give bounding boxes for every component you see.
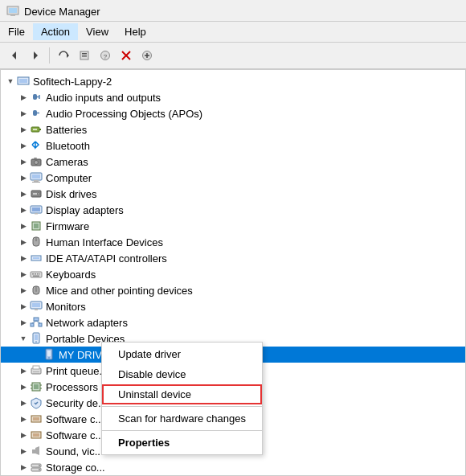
svg-point-54 (35, 290, 37, 292)
svg-point-68 (48, 357, 50, 359)
tree-item-display[interactable]: ▶ Display adapters (1, 202, 465, 218)
svg-rect-58 (34, 318, 39, 321)
mydrive-icon (43, 348, 55, 361)
batteries-label: Batteries (46, 124, 87, 136)
svg-rect-8 (82, 55, 87, 57)
svg-rect-1 (9, 8, 17, 13)
refresh-icon (58, 50, 69, 61)
svg-marker-84 (35, 446, 39, 455)
display-expand[interactable]: ▶ (17, 203, 30, 216)
software2-label: Software c... (46, 429, 104, 441)
monitors-expand[interactable]: ▶ (17, 300, 30, 313)
tree-item-ide[interactable]: ▶ IDE ATA/ATAPI controllers (1, 250, 465, 266)
context-sep1 (102, 406, 262, 407)
sound-expand[interactable]: ▶ (17, 445, 30, 458)
menu-view[interactable]: View (78, 23, 117, 40)
remove-button[interactable] (117, 46, 136, 65)
mice-expand[interactable]: ▶ (17, 284, 30, 297)
svg-marker-4 (34, 51, 38, 60)
audio-proc-expand[interactable]: ▶ (17, 107, 30, 120)
tree-item-bluetooth[interactable]: ▶ Bluetooth (1, 137, 465, 154)
tree-item-monitors[interactable]: ▶ Monitors (1, 298, 465, 314)
context-update-driver[interactable]: Update driver (102, 344, 262, 364)
cameras-expand[interactable]: ▶ (17, 155, 30, 168)
tree-item-network[interactable]: ▶ Network adapters (1, 314, 465, 330)
firmware-expand[interactable]: ▶ (17, 220, 30, 232)
context-uninstall-device[interactable]: Uninstall device (102, 384, 262, 404)
ide-icon (30, 252, 43, 265)
keyboards-expand[interactable]: ▶ (17, 268, 30, 281)
disk-label: Disk drives (46, 188, 97, 200)
disk-icon (30, 187, 43, 200)
tree-item-keyboards[interactable]: ▶ Keyboards (1, 266, 465, 282)
svg-point-43 (35, 240, 37, 241)
bluetooth-expand[interactable]: ▶ (17, 139, 30, 152)
hid-expand[interactable]: ▶ (17, 236, 30, 248)
firmware-label: Firmware (46, 220, 89, 232)
menu-help[interactable]: Help (117, 23, 154, 40)
properties-icon (79, 50, 90, 61)
disk-expand[interactable]: ▶ (17, 187, 30, 200)
bluetooth-label: Bluetooth (46, 140, 90, 152)
computer-expand[interactable]: ▶ (17, 171, 30, 184)
remove-icon (121, 50, 132, 61)
tree-root[interactable]: ▼ Sofitech-Lappy-2 (1, 73, 465, 89)
print-label: Print queue... (46, 365, 108, 377)
tree-item-audio-io[interactable]: ▶ Audio inputs and outputs (1, 89, 465, 105)
tree-item-hid[interactable]: ▶ Human Interface Devices (1, 234, 465, 250)
back-button[interactable] (5, 46, 24, 65)
processors-expand[interactable]: ▶ (17, 380, 30, 393)
svg-rect-80 (33, 417, 39, 421)
add-button[interactable] (137, 46, 157, 65)
ide-expand[interactable]: ▶ (17, 252, 30, 265)
svg-rect-64 (35, 334, 38, 340)
processors-label: Processors (46, 381, 98, 393)
monitors-icon (30, 300, 43, 313)
tree-item-cameras[interactable]: ▶ Cameras (1, 154, 465, 170)
software2-expand[interactable]: ▶ (17, 429, 30, 441)
audio-io-expand[interactable]: ▶ (17, 91, 30, 104)
svg-marker-5 (67, 53, 69, 58)
svg-rect-59 (31, 323, 34, 326)
storage-expand[interactable]: ▶ (17, 461, 30, 474)
svg-rect-2 (10, 14, 15, 16)
security-expand[interactable]: ▶ (17, 396, 30, 409)
bluetooth-icon (30, 139, 43, 152)
menu-file[interactable]: File (0, 23, 33, 40)
tree-item-audio-proc[interactable]: ▶ Audio Processing Objects (APOs) (1, 105, 465, 121)
svg-rect-18 (33, 94, 37, 100)
context-disable-device[interactable]: Disable device (102, 364, 262, 384)
portable-expand[interactable]: ▼ (17, 332, 30, 345)
svg-rect-56 (32, 303, 40, 307)
keyboards-icon (30, 268, 43, 281)
help-button[interactable]: ? (96, 46, 115, 65)
tree-item-disk[interactable]: ▶ Disk drives (1, 186, 465, 202)
forward-button[interactable] (26, 46, 45, 65)
properties-button[interactable] (75, 46, 94, 65)
software1-expand[interactable]: ▶ (17, 412, 30, 425)
security-icon (30, 396, 43, 409)
context-properties[interactable]: Properties (102, 433, 262, 453)
svg-rect-57 (35, 309, 38, 310)
audio-io-icon (30, 91, 43, 104)
svg-rect-31 (34, 180, 39, 182)
context-scan-hardware[interactable]: Scan for hardware changes (102, 408, 262, 429)
tree-item-batteries[interactable]: ▶ Batteries (1, 121, 465, 137)
tree-item-mice[interactable]: ▶ Mice and other pointing devices (1, 282, 465, 298)
svg-rect-32 (32, 182, 40, 183)
menu-action[interactable]: Action (33, 23, 78, 40)
svg-rect-49 (37, 273, 39, 275)
tree-item-firmware[interactable]: ▶ Firmware (1, 218, 465, 234)
tree-item-storage[interactable]: ▶ Storage co... (1, 459, 465, 475)
tree-item-computer[interactable]: ▶ Computer (1, 170, 465, 186)
svg-rect-60 (39, 323, 42, 326)
device-manager-icon (6, 5, 19, 18)
svg-rect-38 (35, 213, 38, 215)
root-expand[interactable]: ▼ (4, 75, 17, 88)
refresh-button[interactable] (54, 46, 73, 65)
storage-icon (30, 461, 43, 474)
print-expand[interactable]: ▶ (17, 364, 30, 377)
root-icon (17, 75, 30, 88)
batteries-expand[interactable]: ▶ (17, 123, 30, 136)
network-expand[interactable]: ▶ (17, 316, 30, 329)
